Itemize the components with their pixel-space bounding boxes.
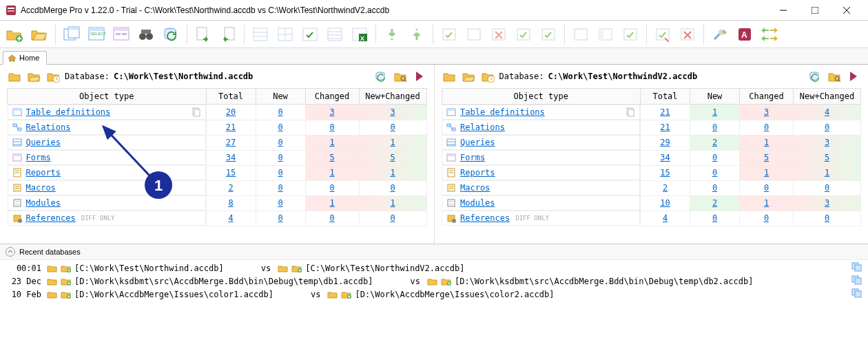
recent-left[interactable]: [C:\Work\Test\Northwind.accdb] <box>74 264 224 273</box>
num-cell[interactable]: 0 <box>690 165 740 180</box>
obj-link[interactable]: Table definitions <box>460 107 545 117</box>
obj-cell[interactable]: Table definitions <box>442 105 640 120</box>
obj-cell[interactable]: ReferencesDIFF ONLY <box>442 211 640 226</box>
num-cell[interactable]: 5 <box>305 150 359 165</box>
check-b-icon[interactable] <box>464 24 484 45</box>
obj-cell[interactable]: Forms <box>8 150 206 165</box>
num-cell[interactable]: 0 <box>359 211 426 226</box>
num-cell[interactable]: 1 <box>740 195 794 211</box>
col-obj[interactable]: Object type <box>8 89 207 105</box>
col-newchg[interactable]: New+Changed <box>794 89 861 105</box>
select-icon[interactable]: SELECT <box>86 24 107 45</box>
obj-cell[interactable]: Modules <box>442 195 640 211</box>
open-folder-icon[interactable] <box>29 24 50 45</box>
num-cell[interactable]: 0 <box>256 120 305 135</box>
obj-link[interactable]: Queries <box>460 138 495 147</box>
num-cell[interactable]: 2 <box>690 195 740 211</box>
num-cell[interactable]: 20 <box>206 105 256 120</box>
obj-cell[interactable]: ReferencesDIFF ONLY <box>8 211 206 226</box>
col-newchg[interactable]: New+Changed <box>359 89 426 105</box>
num-cell[interactable]: 21 <box>206 120 256 135</box>
num-cell[interactable]: 5 <box>794 150 861 165</box>
num-cell[interactable]: 34 <box>206 150 256 165</box>
obj-cell[interactable]: Queries <box>442 135 640 150</box>
recent-row[interactable]: 10 Feb [D:\Work\AccdbMerge\Issues\color1… <box>6 288 862 301</box>
num-cell[interactable]: 1 <box>305 135 359 150</box>
col-new[interactable]: New <box>256 89 305 105</box>
col-changed[interactable]: Changed <box>305 89 359 105</box>
num-cell[interactable]: 0 <box>794 120 861 135</box>
recent-row[interactable]: 00:01 [C:\Work\Test\Northwind.accdb]vs [… <box>6 261 862 275</box>
num-cell[interactable]: 0 <box>305 120 359 135</box>
grid3-icon[interactable] <box>324 24 345 45</box>
num-cell[interactable]: 0 <box>305 180 359 195</box>
db-open-icon[interactable] <box>26 69 41 84</box>
col-obj[interactable]: Object type <box>442 89 641 105</box>
col-total[interactable]: Total <box>206 89 256 105</box>
num-cell[interactable]: 0 <box>359 180 426 195</box>
num-cell[interactable]: 3 <box>359 105 426 120</box>
num-cell[interactable]: 0 <box>794 180 861 195</box>
refresh-icon[interactable] <box>373 69 389 84</box>
num-cell[interactable]: 15 <box>206 165 256 180</box>
refresh-icon[interactable] <box>807 69 823 84</box>
num-cell[interactable]: 4 <box>794 105 861 120</box>
num-cell[interactable]: 0 <box>690 120 740 135</box>
obj-cell[interactable]: Macros <box>442 180 640 195</box>
db-open-icon[interactable] <box>461 69 476 84</box>
obj-cell[interactable]: Forms <box>442 150 640 165</box>
obj-link[interactable]: References <box>26 213 76 223</box>
num-cell[interactable]: 0 <box>256 211 305 226</box>
close-button[interactable] <box>831 0 862 21</box>
num-cell[interactable]: 21 <box>641 105 690 120</box>
check-ok-c-icon[interactable] <box>538 24 559 45</box>
obj-cell[interactable]: Reports <box>8 165 206 180</box>
obj-cell[interactable]: Queries <box>8 135 206 150</box>
num-cell[interactable]: 1 <box>740 165 794 180</box>
num-cell[interactable]: 1 <box>359 195 426 211</box>
grid-excel-icon[interactable]: X <box>349 24 370 45</box>
num-cell[interactable]: 1 <box>740 135 794 150</box>
num-cell[interactable]: 3 <box>740 105 794 120</box>
obj-link[interactable]: Relations <box>460 122 505 132</box>
db-icon[interactable] <box>442 69 457 84</box>
num-cell[interactable]: 1 <box>794 165 861 180</box>
recent-row[interactable]: 23 Dec [D:\Work\ksdbmt\src\AccdbMerge.Bd… <box>6 275 862 288</box>
doc-arrow-right-icon[interactable] <box>193 24 214 45</box>
num-cell[interactable]: 0 <box>256 105 305 120</box>
num-cell[interactable]: 27 <box>206 135 256 150</box>
num-cell[interactable]: 0 <box>256 195 305 211</box>
db-icon[interactable] <box>7 69 22 84</box>
recent-bar[interactable]: Recent databases <box>0 244 868 259</box>
num-cell[interactable]: 8 <box>206 195 256 211</box>
obj-link[interactable]: Reports <box>26 168 61 178</box>
col-changed[interactable]: Changed <box>740 89 794 105</box>
num-cell[interactable]: 0 <box>256 150 305 165</box>
minimize-button[interactable] <box>767 0 799 21</box>
recent-right[interactable]: [C:\Work\Test\NorthwindV2.accdb] <box>305 264 464 273</box>
obj-link[interactable]: References <box>460 213 510 223</box>
num-cell[interactable]: 0 <box>740 180 794 195</box>
num-cell[interactable]: 3 <box>794 195 861 211</box>
check-ok-b-icon[interactable] <box>513 24 534 45</box>
chevron-up-icon[interactable] <box>6 247 15 257</box>
panel-a-icon[interactable] <box>570 24 591 45</box>
recent-right[interactable]: [D:\Work\ksdbmt\src\AccdbMerge.Bdd\bin\D… <box>455 277 753 286</box>
obj-cell[interactable]: Macros <box>8 180 206 195</box>
sync-down-icon[interactable] <box>382 24 402 45</box>
recent-left[interactable]: [D:\Work\AccdbMerge\Issues\color1.accdb] <box>74 290 273 299</box>
num-cell[interactable]: 5 <box>740 150 794 165</box>
obj-link[interactable]: Reports <box>460 168 495 178</box>
check-a-icon[interactable] <box>439 24 459 45</box>
obj-link[interactable]: Modules <box>26 198 61 208</box>
sheets-icon[interactable] <box>61 24 82 45</box>
recent-right[interactable]: [D:\Work\AccdbMerge\Issues\color2.accdb] <box>355 290 554 299</box>
num-cell[interactable]: 21 <box>641 120 690 135</box>
form-icon[interactable] <box>111 24 132 45</box>
obj-link[interactable]: Macros <box>460 183 490 193</box>
num-cell[interactable]: 10 <box>641 195 690 211</box>
grid-ok-icon[interactable] <box>300 24 320 45</box>
num-cell[interactable]: 0 <box>740 211 794 226</box>
num-cell[interactable]: 2 <box>690 135 740 150</box>
recent-left[interactable]: [D:\Work\ksdbmt\src\AccdbMerge.Bdd\bin\D… <box>74 277 373 286</box>
